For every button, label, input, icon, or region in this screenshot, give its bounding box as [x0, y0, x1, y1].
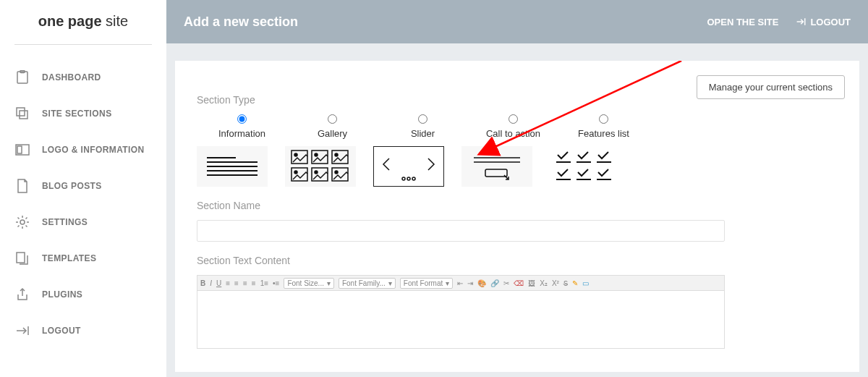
- logout-icon: [14, 323, 30, 339]
- indent-left-button[interactable]: ⇤: [457, 279, 463, 287]
- nav-blog-posts[interactable]: BLOG POSTS: [0, 168, 166, 204]
- nav-logo-information[interactable]: LOGO & INFORMATION: [0, 132, 166, 168]
- gear-icon: [14, 214, 30, 230]
- main: Add a new section OPEN THE SITE LOGOUT M…: [166, 0, 868, 377]
- page-title: Add a new section: [184, 14, 298, 30]
- type-label: Gallery: [287, 128, 378, 139]
- nav-label: DASHBOARD: [42, 72, 101, 82]
- sup-button[interactable]: X²: [552, 279, 559, 287]
- align-center-button[interactable]: ≡: [234, 279, 239, 287]
- manage-sections-button[interactable]: Manage your current sections: [697, 75, 845, 99]
- svg-rect-5: [17, 146, 22, 153]
- type-features-list[interactable]: Features list: [558, 114, 649, 139]
- nav-dashboard[interactable]: DASHBOARD: [0, 59, 166, 96]
- align-left-button[interactable]: ≡: [226, 279, 230, 287]
- logout-link[interactable]: LOGOUT: [796, 17, 851, 27]
- svg-point-22: [315, 171, 318, 174]
- link-button[interactable]: 🔗: [490, 279, 499, 287]
- list-ordered-button[interactable]: 1≡: [260, 279, 268, 287]
- type-slider[interactable]: Slider: [378, 114, 468, 139]
- font-family-label: Font Family...: [342, 279, 386, 287]
- strike-button[interactable]: S̶: [563, 279, 568, 287]
- editor-textarea[interactable]: [197, 291, 725, 349]
- list-unordered-button[interactable]: •≡: [273, 279, 279, 287]
- type-label: Features list: [558, 128, 649, 139]
- nav-label: TEMPLATES: [42, 253, 96, 263]
- radio-gallery[interactable]: [328, 114, 337, 124]
- chevron-down-icon: ▾: [446, 279, 449, 287]
- svg-point-24: [335, 171, 338, 174]
- font-format-label: Font Format: [404, 279, 443, 287]
- bold-button[interactable]: B: [200, 279, 205, 287]
- topbar: Add a new section OPEN THE SITE LOGOUT: [166, 0, 868, 43]
- svg-rect-0: [17, 72, 27, 83]
- preview-cta: [461, 146, 532, 187]
- font-size-label: Font Size...: [287, 279, 324, 287]
- font-format-select[interactable]: Font Format▾: [400, 278, 453, 289]
- document-icon: [14, 178, 30, 194]
- section-type-row: Information Gallery Slider Call to actio…: [197, 114, 838, 139]
- type-call-to-action[interactable]: Call to action: [468, 114, 558, 139]
- font-family-select[interactable]: Font Family...▾: [339, 278, 396, 289]
- section-name-input[interactable]: [197, 220, 725, 242]
- editor-toolbar: B I U ≡ ≡ ≡ ≡ 1≡ •≡ Font Size...▾ Font F…: [197, 275, 725, 291]
- chevron-down-icon: ▾: [388, 279, 392, 287]
- svg-point-18: [335, 153, 338, 156]
- nav-label: BLOG POSTS: [42, 181, 102, 191]
- image-button[interactable]: 🖼: [528, 279, 535, 287]
- section-name-label: Section Name: [197, 200, 838, 211]
- layers-icon: [14, 106, 30, 122]
- section-text-label: Section Text Content: [197, 255, 838, 266]
- radio-slider[interactable]: [418, 114, 427, 124]
- nav-site-sections[interactable]: SITE SECTIONS: [0, 96, 166, 132]
- logout-label: LOGOUT: [810, 17, 851, 27]
- svg-rect-7: [17, 253, 25, 263]
- preview-gallery: [285, 146, 356, 187]
- logo: one page site: [0, 13, 166, 44]
- svg-point-26: [407, 177, 410, 180]
- sub-button[interactable]: X₂: [540, 279, 548, 287]
- highlight-button[interactable]: ✎: [572, 279, 578, 287]
- nav-label: LOGOUT: [42, 326, 81, 336]
- italic-button[interactable]: I: [210, 279, 212, 287]
- nav-settings[interactable]: SETTINGS: [0, 204, 166, 240]
- type-label: Information: [197, 128, 287, 139]
- fullscreen-button[interactable]: ▭: [582, 279, 589, 287]
- copy-icon: [14, 250, 30, 266]
- preview-features: [550, 146, 621, 187]
- underline-button[interactable]: U: [216, 279, 221, 287]
- nav-label: SITE SECTIONS: [42, 109, 112, 119]
- radio-features[interactable]: [599, 114, 608, 124]
- svg-point-14: [294, 153, 297, 156]
- card: Manage your current sections Section Typ…: [175, 61, 859, 372]
- export-icon: [14, 287, 30, 302]
- nav-label: LOGO & INFORMATION: [42, 145, 145, 155]
- nav-plugins[interactable]: PLUGINS: [0, 276, 166, 313]
- open-site-link[interactable]: OPEN THE SITE: [707, 17, 778, 27]
- svg-point-16: [315, 153, 318, 156]
- align-justify-button[interactable]: ≡: [252, 279, 256, 287]
- radio-cta[interactable]: [509, 114, 518, 124]
- divider: [14, 44, 152, 45]
- nav-templates[interactable]: TEMPLATES: [0, 240, 166, 276]
- indent-right-button[interactable]: ⇥: [467, 279, 473, 287]
- svg-point-27: [412, 177, 415, 180]
- clipboard-icon: [14, 69, 30, 85]
- text-color-button[interactable]: 🎨: [477, 279, 486, 287]
- type-gallery[interactable]: Gallery: [287, 114, 378, 139]
- preview-information: [197, 146, 268, 187]
- svg-rect-3: [20, 111, 27, 119]
- svg-rect-2: [17, 108, 25, 116]
- type-label: Slider: [378, 128, 468, 139]
- sidebar: one page site DASHBOARD SITE SECTIONS LO…: [0, 0, 166, 377]
- square-icon: [14, 142, 30, 158]
- nav-logout[interactable]: LOGOUT: [0, 313, 166, 349]
- previews-row: [197, 146, 838, 187]
- font-size-select[interactable]: Font Size...▾: [284, 278, 334, 289]
- clear-format-button[interactable]: ⌫: [514, 279, 524, 287]
- radio-information[interactable]: [237, 114, 247, 124]
- type-information[interactable]: Information: [197, 114, 287, 139]
- align-right-button[interactable]: ≡: [243, 279, 247, 287]
- logo-bold: one page: [38, 13, 102, 29]
- unlink-button[interactable]: ✂: [503, 279, 509, 287]
